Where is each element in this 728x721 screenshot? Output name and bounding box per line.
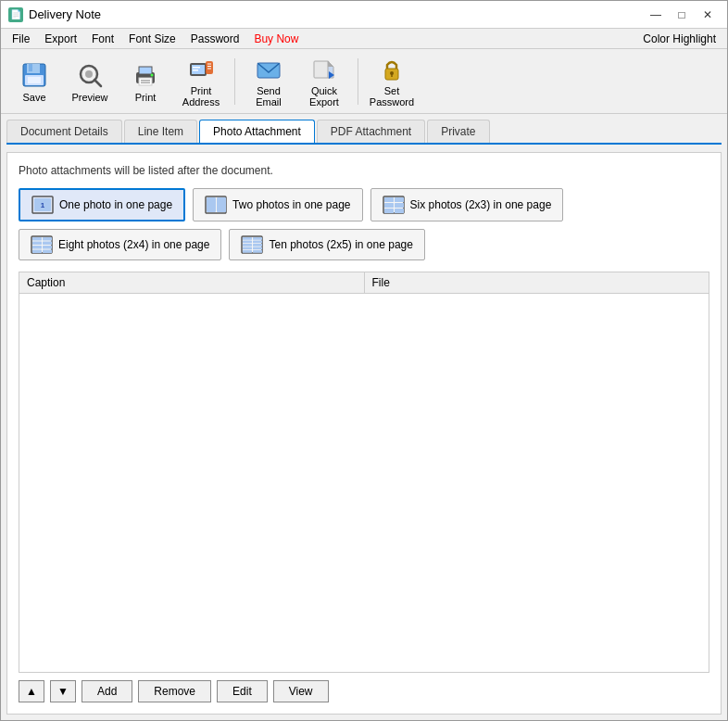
- save-button[interactable]: Save: [8, 55, 60, 108]
- svg-rect-47: [43, 242, 52, 246]
- layout-one-photo[interactable]: 1 One photo in one page: [19, 188, 185, 221]
- svg-rect-56: [253, 241, 262, 244]
- layout-one-photo-icon: 1: [31, 196, 54, 214]
- layout-one-photo-label: One photo in one page: [59, 198, 172, 211]
- svg-rect-40: [395, 203, 404, 208]
- layout-ten-photos-label: Ten photos (2x5) in one page: [269, 238, 412, 251]
- preview-icon: [75, 60, 105, 90]
- svg-rect-34: [207, 197, 216, 212]
- title-controls: — □ ✕: [644, 6, 720, 24]
- layout-ten-photos[interactable]: Ten photos (2x5) in one page: [229, 229, 424, 260]
- layout-six-photos-icon: [383, 196, 405, 214]
- layout-eight-photos[interactable]: Eight photos (2x4) in one page: [19, 229, 221, 260]
- svg-text:1: 1: [41, 201, 45, 209]
- remove-button[interactable]: Remove: [138, 680, 211, 702]
- svg-rect-50: [32, 250, 42, 254]
- close-button[interactable]: ✕: [696, 6, 720, 24]
- svg-line-6: [94, 80, 101, 86]
- menu-font-size[interactable]: Font Size: [121, 31, 183, 47]
- send-email-button[interactable]: Send Email: [243, 55, 295, 108]
- svg-rect-59: [243, 247, 252, 250]
- layout-two-photos-icon: [205, 196, 227, 214]
- menu-password[interactable]: Password: [183, 31, 247, 47]
- print-address-label: Print Address: [176, 85, 226, 108]
- window-title: Delivery Note: [29, 7, 101, 21]
- title-bar: 📄 Delivery Note — □ ✕: [1, 1, 727, 29]
- maximize-button[interactable]: □: [670, 6, 694, 24]
- layout-two-photos[interactable]: Two photos in one page: [193, 188, 362, 221]
- tab-private[interactable]: Private: [427, 120, 489, 143]
- edit-button[interactable]: Edit: [217, 680, 268, 702]
- add-button[interactable]: Add: [82, 680, 132, 702]
- svg-rect-55: [243, 241, 252, 244]
- title-bar-left: 📄 Delivery Note: [8, 7, 101, 22]
- menu-export[interactable]: Export: [37, 31, 84, 47]
- svg-rect-60: [253, 247, 262, 250]
- tab-document-details[interactable]: Document Details: [6, 120, 122, 143]
- print-icon: [131, 60, 160, 90]
- svg-rect-41: [384, 209, 394, 213]
- quick-export-button[interactable]: Quick Export: [298, 55, 350, 108]
- set-password-label: Set Password: [367, 85, 417, 108]
- svg-rect-16: [193, 67, 200, 69]
- svg-rect-49: [43, 246, 52, 249]
- photo-info-text: Photo attachments will be listed after t…: [19, 164, 709, 177]
- svg-rect-17: [193, 70, 198, 71]
- quick-export-icon: [309, 56, 339, 83]
- print-address-button[interactable]: Print Address: [175, 55, 227, 108]
- toolbar: Save Preview: [1, 49, 727, 114]
- move-down-button[interactable]: ▼: [50, 680, 76, 702]
- layout-six-photos[interactable]: Six photos (2x3) in one page: [370, 188, 564, 221]
- svg-rect-44: [32, 237, 42, 241]
- tab-line-item[interactable]: Line Item: [124, 120, 197, 143]
- svg-rect-46: [32, 242, 42, 246]
- print-button[interactable]: Print: [119, 55, 171, 108]
- main-content: Document Details Line Item Photo Attachm…: [1, 114, 727, 720]
- preview-label: Preview: [71, 92, 107, 103]
- menu-bar: File Export Font Font Size Password Buy …: [1, 29, 727, 49]
- quick-export-label: Quick Export: [299, 85, 349, 108]
- set-password-button[interactable]: Set Password: [366, 55, 418, 108]
- svg-rect-39: [384, 203, 394, 208]
- svg-rect-53: [243, 237, 252, 240]
- minimize-button[interactable]: —: [644, 6, 668, 24]
- svg-rect-61: [243, 250, 252, 253]
- svg-point-7: [85, 70, 93, 78]
- toolbar-separator-1: [234, 58, 235, 105]
- svg-rect-18: [206, 61, 213, 74]
- menu-buy-now[interactable]: Buy Now: [246, 31, 306, 47]
- table-header-file: File: [364, 272, 709, 294]
- print-address-icon: [186, 56, 216, 83]
- svg-point-13: [151, 73, 154, 76]
- send-email-label: Send Email: [244, 85, 294, 108]
- tab-bar: Document Details Line Item Photo Attachm…: [6, 120, 722, 145]
- layout-two-photos-label: Two photos in one page: [232, 198, 350, 211]
- menu-font[interactable]: Font: [84, 31, 121, 47]
- svg-rect-12: [141, 82, 150, 83]
- set-password-icon: [377, 56, 407, 83]
- svg-rect-58: [253, 244, 262, 247]
- layout-eight-photos-icon: [31, 235, 53, 254]
- svg-rect-42: [395, 209, 404, 213]
- preview-button[interactable]: Preview: [64, 55, 116, 108]
- file-table: Caption File: [19, 272, 709, 294]
- tab-photo-attachment[interactable]: Photo Attachment: [199, 120, 315, 143]
- svg-rect-2: [29, 64, 32, 71]
- view-button[interactable]: View: [273, 680, 329, 702]
- window-icon: 📄: [8, 7, 23, 22]
- svg-rect-37: [384, 197, 394, 202]
- svg-rect-54: [253, 237, 262, 240]
- move-up-button[interactable]: ▲: [19, 680, 44, 702]
- svg-rect-11: [141, 80, 150, 82]
- svg-rect-57: [243, 244, 252, 247]
- menu-file[interactable]: File: [5, 31, 37, 47]
- tab-pdf-attachment[interactable]: PDF Attachment: [317, 120, 425, 143]
- layout-eight-photos-label: Eight photos (2x4) in one page: [58, 238, 209, 251]
- save-icon: [19, 60, 49, 90]
- svg-rect-62: [253, 250, 262, 253]
- tab-content-photo-attachment: Photo attachments will be listed after t…: [6, 152, 722, 715]
- main-window: 📄 Delivery Note — □ ✕ File Export Font F…: [0, 0, 728, 721]
- photo-layout-options: 1 One photo in one page Two photos in on…: [19, 188, 709, 260]
- color-highlight-label: Color Highlight: [643, 32, 723, 45]
- menu-items: File Export Font Font Size Password Buy …: [5, 31, 306, 47]
